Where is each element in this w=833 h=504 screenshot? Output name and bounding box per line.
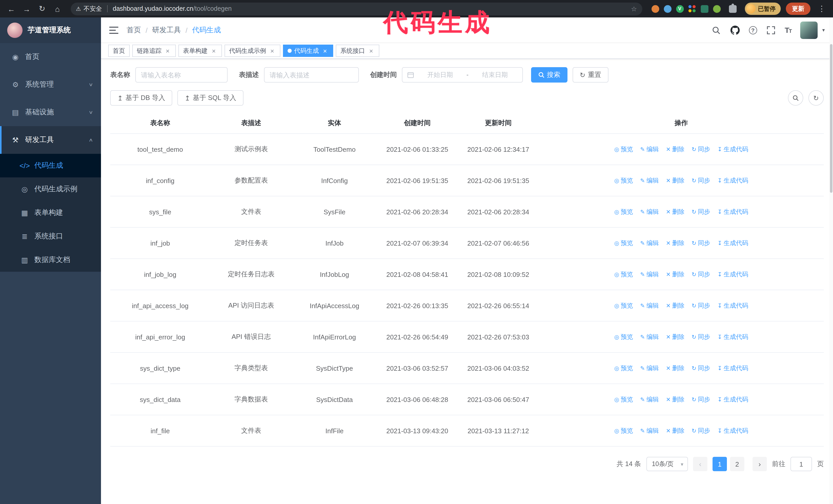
extension-icon-4[interactable] [688,5,696,13]
sidebar-item-form-builder[interactable]: ▦表单构建 [0,201,101,224]
action-sync-link[interactable]: ↻同步 [692,208,710,216]
action-edit-link[interactable]: ✎编辑 [640,145,659,153]
toggle-search-button[interactable] [788,90,803,105]
sidebar-item-infra[interactable]: ▤基础设施∨ [0,98,101,126]
action-edit-link[interactable]: ✎编辑 [640,395,659,404]
action-preview-link[interactable]: ◎预览 [614,333,633,341]
tab-代码生成[interactable]: 代码生成× [283,45,333,57]
extension-icon-2[interactable] [664,5,671,13]
action-generate-link[interactable]: ↧生成代码 [717,145,748,153]
table-name-input[interactable] [135,67,228,82]
action-edit-link[interactable]: ✎编辑 [640,208,659,216]
goto-page-input[interactable] [790,457,812,471]
action-generate-link[interactable]: ↧生成代码 [717,270,748,279]
action-preview-link[interactable]: ◎预览 [614,270,633,279]
action-sync-link[interactable]: ↻同步 [692,333,710,341]
sidebar-item-system-api[interactable]: ≣系统接口 [0,224,101,248]
action-edit-link[interactable]: ✎编辑 [640,176,659,185]
action-sync-link[interactable]: ↻同步 [692,426,710,435]
close-icon[interactable]: × [210,47,217,54]
sidebar-item-codegen-example[interactable]: ◎代码生成示例 [0,177,101,201]
action-generate-link[interactable]: ↧生成代码 [717,333,748,341]
scrollbar-thumb[interactable] [830,44,832,193]
action-sync-link[interactable]: ↻同步 [692,364,710,373]
logo[interactable]: 芋道管理系统 [0,18,101,43]
action-delete-link[interactable]: ✕删除 [666,333,684,341]
action-preview-link[interactable]: ◎预览 [614,301,633,310]
action-preview-link[interactable]: ◎预览 [614,364,633,373]
action-delete-link[interactable]: ✕删除 [666,301,684,310]
font-size-icon[interactable]: TT [785,26,791,34]
action-generate-link[interactable]: ↧生成代码 [717,395,748,404]
scrollbar[interactable] [829,18,833,504]
avatar-caret-icon[interactable]: ▾ [822,27,825,33]
action-preview-link[interactable]: ◎预览 [614,176,633,185]
help-icon[interactable]: ? [749,26,757,34]
action-delete-link[interactable]: ✕删除 [666,239,684,247]
next-page-button[interactable]: › [753,457,767,471]
search-button[interactable]: 搜索 [531,67,568,82]
fullscreen-icon[interactable] [766,25,776,35]
update-button[interactable]: 更新 [786,3,810,15]
profile-paused-chip[interactable]: 已暂停 [744,3,781,15]
page-size-select[interactable]: 10条/页 ▾ [646,457,688,471]
breadcrumb-item[interactable]: 首页 [127,25,141,34]
action-generate-link[interactable]: ↧生成代码 [717,239,748,247]
close-icon[interactable]: × [322,47,329,54]
reset-button[interactable]: ↻ 重置 [573,67,609,82]
action-delete-link[interactable]: ✕删除 [666,208,684,216]
action-generate-link[interactable]: ↧生成代码 [717,426,748,435]
back-icon[interactable]: ← [5,3,18,15]
action-edit-link[interactable]: ✎编辑 [640,426,659,435]
close-icon[interactable]: × [367,47,375,54]
action-delete-link[interactable]: ✕删除 [666,395,684,404]
forward-icon[interactable]: → [21,3,33,15]
bookmark-star-icon[interactable]: ☆ [631,5,637,13]
action-preview-link[interactable]: ◎预览 [614,395,633,404]
close-icon[interactable]: × [269,47,276,54]
action-generate-link[interactable]: ↧生成代码 [717,301,748,310]
tab-代码生成示例[interactable]: 代码生成示例× [224,45,280,57]
sidebar-item-db-doc[interactable]: ▥数据库文档 [0,248,101,272]
address-bar[interactable]: ⚠ 不安全 dashboard.yudao.iocoder.cn /tool/c… [71,2,642,15]
action-edit-link[interactable]: ✎编辑 [640,301,659,310]
page-button-1[interactable]: 1 [713,457,727,471]
action-sync-link[interactable]: ↻同步 [692,239,710,247]
date-range-picker[interactable]: 开始日期 - 结束日期 [402,67,523,82]
action-delete-link[interactable]: ✕删除 [666,426,684,435]
action-preview-link[interactable]: ◎预览 [614,239,633,247]
sidebar-item-home[interactable]: ◉首页 [0,43,101,71]
action-edit-link[interactable]: ✎编辑 [640,239,659,247]
import-sql-button[interactable]: ↥ 基于 SQL 导入 [177,90,243,105]
action-edit-link[interactable]: ✎编辑 [640,364,659,373]
github-icon[interactable] [730,25,740,35]
action-generate-link[interactable]: ↧生成代码 [717,208,748,216]
page-button-2[interactable]: 2 [730,457,744,471]
action-edit-link[interactable]: ✎编辑 [640,270,659,279]
sidebar-item-devtools[interactable]: ⚒研发工具∧ [0,126,101,154]
breadcrumb-item[interactable]: 研发工具 [152,25,181,34]
tab-链路追踪[interactable]: 链路追踪× [132,45,176,57]
action-preview-link[interactable]: ◎预览 [614,208,633,216]
browser-home-icon[interactable]: ⌂ [51,3,64,15]
hamburger-icon[interactable] [109,25,119,35]
tab-系统接口[interactable]: 系统接口× [336,45,379,57]
action-preview-link[interactable]: ◎预览 [614,145,633,153]
extension-icon-3[interactable]: V [676,5,684,13]
import-db-button[interactable]: ↥ 基于 DB 导入 [110,90,172,105]
action-delete-link[interactable]: ✕删除 [666,270,684,279]
extension-icon-5[interactable] [700,5,708,13]
user-avatar[interactable] [800,21,818,39]
prev-page-button[interactable]: ‹ [693,457,708,471]
tab-表单构建[interactable]: 表单构建× [178,45,222,57]
refresh-button[interactable]: ↻ [808,90,824,105]
sidebar-item-system[interactable]: ⚙系统管理∨ [0,71,101,98]
tab-首页[interactable]: 首页 [108,45,130,57]
table-desc-input[interactable] [264,67,359,82]
action-delete-link[interactable]: ✕删除 [666,364,684,373]
action-generate-link[interactable]: ↧生成代码 [717,176,748,185]
header-search-icon[interactable] [711,25,721,35]
action-sync-link[interactable]: ↻同步 [692,145,710,153]
action-preview-link[interactable]: ◎预览 [614,426,633,435]
extension-icon-6[interactable] [713,5,720,13]
